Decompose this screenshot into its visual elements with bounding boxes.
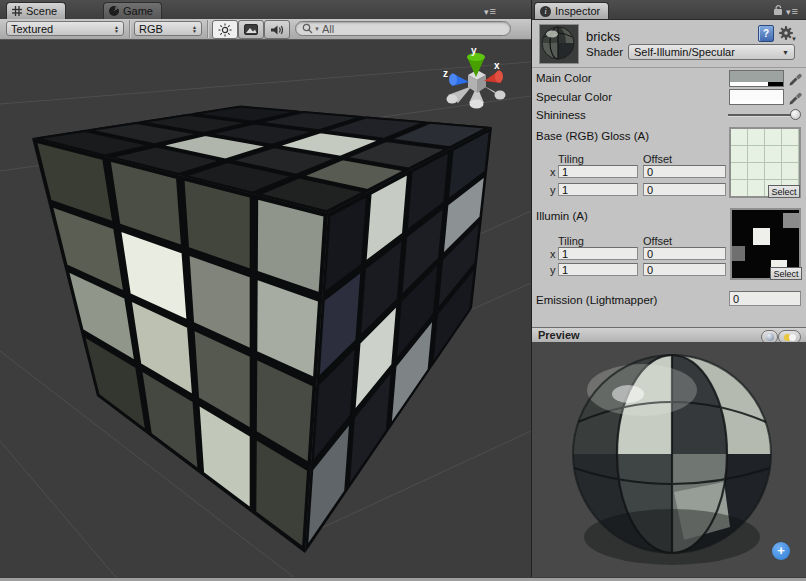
divider — [532, 67, 806, 68]
base-texture-select-button[interactable]: Select — [768, 185, 800, 198]
main-color-alpha-bar — [730, 82, 783, 86]
illumin-offset-header: Offset — [643, 235, 672, 247]
image-icon — [244, 24, 258, 35]
base-offset-x-input[interactable] — [643, 165, 726, 178]
main-color-eyedropper-icon[interactable] — [788, 70, 802, 86]
sphere-icon — [766, 333, 774, 341]
shader-dropdown[interactable]: Self-Illumin/Specular ▼ — [628, 44, 795, 60]
gizmo-z-label[interactable]: z — [443, 68, 448, 79]
cube-object[interactable] — [32, 106, 492, 553]
base-y-label: y — [550, 184, 556, 196]
material-name: bricks — [586, 29, 620, 44]
scene-tabstrip: Scene Game ▾≡ — [0, 0, 531, 20]
tab-game-label: Game — [123, 5, 153, 17]
tab-scene-label: Scene — [26, 5, 57, 17]
specular-color-eyedropper-icon[interactable] — [788, 89, 802, 105]
help-icon[interactable]: ? — [758, 25, 774, 42]
inspector-tabstrip: i Inspector ▾≡ — [532, 0, 806, 20]
scene-pane: Scene Game ▾≡ Textured ▲▼ RGB ▲▼ — [0, 0, 531, 581]
illumin-white-tile — [753, 228, 770, 245]
gizmo-x-label[interactable]: x — [494, 60, 500, 71]
scene-pane-menu-icon[interactable]: ▾≡ — [484, 5, 497, 17]
specular-color-alpha-bar — [730, 100, 783, 104]
base-offset-header: Offset — [643, 153, 672, 165]
color-mode-dropdown[interactable]: RGB ▲▼ — [134, 21, 202, 36]
tab-scene[interactable]: Scene — [6, 2, 66, 19]
illumin-gray-tile — [732, 246, 745, 261]
info-icon: i — [540, 6, 551, 17]
shininess-slider-knob[interactable] — [790, 109, 801, 120]
illumin-gray-tile — [783, 213, 799, 228]
illumin-tiling-x-input[interactable] — [558, 247, 638, 260]
illumin-tiling-header: Tiling — [558, 235, 584, 247]
speaker-icon — [270, 24, 284, 36]
base-tiling-x-input[interactable] — [558, 165, 638, 178]
illumin-tiling-y-input[interactable] — [558, 263, 638, 276]
scene-search-field[interactable]: ▼ — [295, 21, 511, 36]
main-color-swatch[interactable] — [729, 70, 784, 87]
shader-value: Self-Illumin/Specular — [634, 46, 735, 58]
sun-icon — [218, 23, 232, 37]
shininess-label: Shininess — [536, 109, 586, 121]
gizmo-y-label[interactable]: y — [471, 45, 477, 56]
emission-input[interactable] — [729, 291, 801, 306]
updown-arrows-icon: ▲▼ — [192, 25, 197, 33]
main-color-label: Main Color — [536, 72, 592, 84]
draw-mode-value: Textured — [11, 23, 53, 35]
light-white-icon — [789, 334, 796, 341]
search-input[interactable] — [322, 23, 472, 35]
gear-icon[interactable]: ▼ — [779, 26, 796, 42]
color-mode-value: RGB — [139, 23, 163, 35]
game-icon — [109, 6, 119, 16]
shininess-slider-track[interactable] — [728, 114, 796, 117]
material-thumbnail[interactable] — [539, 24, 579, 64]
scene-skybox-toggle[interactable] — [238, 20, 264, 39]
specular-color-swatch[interactable] — [729, 89, 784, 105]
window-bottom-edge — [0, 577, 806, 581]
illumin-offset-x-input[interactable] — [643, 247, 726, 260]
lock-icon[interactable] — [772, 3, 784, 16]
svg-text:▼: ▼ — [791, 36, 796, 42]
illumin-x-label: x — [550, 248, 556, 260]
tab-inspector-label: Inspector — [555, 5, 600, 17]
illumin-texture-select-button[interactable]: Select — [770, 267, 802, 280]
illumin-y-label: y — [550, 264, 556, 276]
illumin-section-label: Illumin (A) — [536, 210, 588, 222]
search-icon — [302, 23, 313, 34]
updown-arrows-icon: ▲▼ — [114, 25, 119, 33]
emission-label: Emission (Lightmapper) — [536, 294, 657, 306]
tab-game[interactable]: Game — [103, 2, 162, 19]
toolbar-separator — [129, 20, 131, 38]
shader-label: Shader — [586, 46, 623, 58]
base-offset-y-input[interactable] — [643, 183, 726, 196]
gizmo-x-axis[interactable] — [484, 70, 503, 83]
scene-lighting-toggle[interactable] — [212, 20, 238, 39]
material-preview-area[interactable]: + — [532, 342, 806, 577]
scene-toolbar: Textured ▲▼ RGB ▲▼ — [0, 19, 531, 40]
tab-inspector[interactable]: i Inspector — [534, 2, 609, 19]
draw-mode-dropdown[interactable]: Textured ▲▼ — [6, 21, 124, 36]
unity-editor-window: Scene Game ▾≡ Textured ▲▼ RGB ▲▼ — [0, 0, 806, 581]
preview-sphere — [532, 342, 806, 577]
toolbar-separator — [207, 20, 209, 38]
illumin-offset-y-input[interactable] — [643, 263, 726, 276]
preview-label: Preview — [538, 329, 580, 341]
inspector-menu-icon[interactable]: ▾≡ — [786, 5, 799, 17]
search-filter-arrow-icon: ▼ — [314, 26, 320, 32]
scene-grid-icon — [12, 6, 22, 16]
scene-audio-toggle[interactable] — [264, 20, 290, 39]
inspector-pane: i Inspector ▾≡ bricks S — [531, 0, 806, 581]
base-section-label: Base (RGB) Gloss (A) — [536, 130, 649, 142]
gizmo-z-axis[interactable] — [449, 73, 469, 86]
base-x-label: x — [550, 166, 556, 178]
base-tiling-y-input[interactable] — [558, 183, 638, 196]
dropdown-arrow-icon: ▼ — [782, 49, 789, 56]
specular-color-label: Specular Color — [536, 91, 612, 103]
base-tiling-header: Tiling — [558, 153, 584, 165]
axis-gizmo[interactable]: y x z — [443, 45, 506, 109]
scene-viewport[interactable]: y x z — [0, 40, 531, 577]
add-button[interactable]: + — [772, 542, 790, 560]
